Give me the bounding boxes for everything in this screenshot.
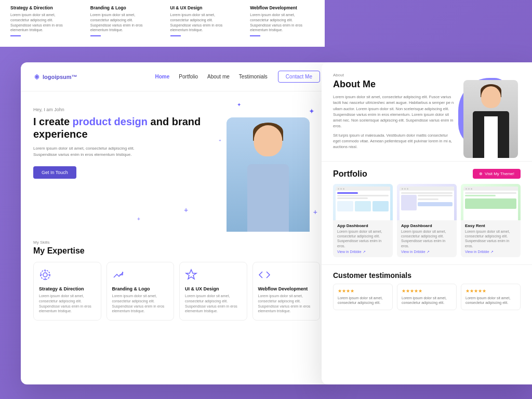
- strategy-icon: [39, 269, 54, 283]
- thumb-sidebar: [401, 195, 417, 210]
- top-strip-line-1: [10, 35, 21, 36]
- thumb-content-2: [400, 191, 454, 212]
- portfolio-section: Portfolio ⊕ Visit My Theme!: [322, 162, 532, 264]
- skill-desc-4: Lorem ipsum dolor sit amet, consectetur …: [258, 294, 315, 314]
- logo-text: logoipsum™: [43, 74, 77, 80]
- stars-2: ★★★★★: [402, 288, 452, 294]
- top-strip-item-2: Branding & Logo Lorem ipsum dolor sit am…: [90, 5, 155, 36]
- skill-name-4: Webflow Development: [258, 286, 315, 291]
- hero-title: I create product design and brand experi…: [33, 115, 216, 140]
- webflow-icon: [258, 269, 273, 283]
- nav-links: Home Portfolio About me Testimonials: [155, 74, 268, 79]
- portfolio-card-2: App Dashboard Lorem ipsum dolor sit amet…: [397, 184, 457, 257]
- portfolio-desc-1: Lorem ipsum dolor sit amet, consectetur …: [337, 229, 389, 248]
- nav-home[interactable]: Home: [155, 74, 170, 79]
- navbar: logoipsum™ Home Portfolio About me Testi…: [21, 62, 332, 91]
- portfolio-desc-3: Lorem ipsum dolor sit amet, consectetur …: [465, 229, 516, 248]
- svg-point-1: [43, 273, 47, 277]
- deco-star-2: ✦: [237, 102, 241, 108]
- nav-portfolio[interactable]: Portfolio: [179, 74, 198, 79]
- skill-card-1: Strategy & Direction Lorem ipsum dolor s…: [33, 262, 101, 321]
- testimonial-card-1: ★★★★ Lorem ipsum dolor sit amet, consect…: [333, 284, 393, 311]
- skills-title: My Expertise: [33, 246, 320, 256]
- thumb-browser-2: [400, 187, 454, 220]
- portfolio-thumb-1: [333, 184, 393, 220]
- right-panel: About About Me Lorem ipsum dolor sit ame…: [322, 62, 532, 384]
- hero-section: Hey, I am John I create product design a…: [21, 91, 332, 237]
- thumb-cards: [337, 201, 389, 211]
- svg-point-0: [36, 76, 38, 77]
- top-strip: Strategy & Direction Lorem ipsum dolor s…: [0, 0, 325, 47]
- about-image-wrap: [463, 73, 521, 153]
- deco-star-3: +: [313, 208, 317, 216]
- about-head: [481, 86, 501, 108]
- dot-3: [343, 188, 344, 190]
- portfolio-view-1[interactable]: View in Dribble ↗: [337, 250, 389, 254]
- skills-label: My Skills: [33, 240, 320, 245]
- thumb-browser-3: [463, 187, 518, 220]
- hero-person: [221, 107, 315, 232]
- top-strip-desc-1: Lorem ipsum dolor sit amet, consectetur …: [10, 12, 75, 33]
- skills-section: My Skills My Expertise Strategy & Direct…: [21, 232, 332, 329]
- logo: logoipsum™: [33, 73, 77, 81]
- top-strip-title-4: Webflow Development: [250, 5, 314, 10]
- skills-grid: Strategy & Direction Lorem ipsum dolor s…: [33, 262, 320, 321]
- thumb-line-8: [465, 195, 496, 196]
- about-shirt: [484, 116, 498, 158]
- skill-name-2: Branding & Logo: [112, 286, 169, 291]
- thumb-content-1: [336, 191, 390, 213]
- visit-icon: ⊕: [479, 171, 483, 176]
- top-strip-desc-2: Lorem ipsum dolor sit amet, consectetur …: [90, 12, 155, 33]
- hero-text: Hey, I am John I create product design a…: [33, 102, 216, 237]
- thumb-line-1: [337, 192, 358, 194]
- deco-star-1: ✦: [309, 107, 315, 115]
- thumb-line-4: [401, 192, 453, 194]
- portfolio-card-1: App Dashboard Lorem ipsum dolor sit amet…: [333, 184, 393, 257]
- testimonials-grid: ★★★★ Lorem ipsum dolor sit amet, consect…: [333, 284, 521, 311]
- portfolio-view-2[interactable]: View in Dribble ↗: [401, 250, 453, 254]
- thumb-rows: [401, 195, 453, 210]
- top-strip-title-1: Strategy & Direction: [10, 5, 75, 10]
- person-body: [247, 164, 289, 232]
- deco-plus-1: +: [184, 206, 188, 214]
- main-card: logoipsum™ Home Portfolio About me Testi…: [21, 62, 332, 384]
- thumb-image: [465, 198, 516, 209]
- person-figure: [227, 117, 310, 232]
- cta-button[interactable]: Get In Touch: [33, 166, 76, 179]
- contact-button[interactable]: Contact Me: [278, 71, 320, 83]
- thumb-line-6: [418, 198, 438, 200]
- visit-button[interactable]: ⊕ Visit My Theme!: [473, 169, 521, 179]
- thumb-line-3: [337, 197, 368, 199]
- testimonials-section: Customer testimonials ★★★★ Lorem ipsum d…: [322, 265, 532, 317]
- portfolio-grid: App Dashboard Lorem ipsum dolor sit amet…: [333, 184, 521, 257]
- top-strip-title-2: Branding & Logo: [90, 5, 155, 10]
- thumb-card-2: [355, 201, 371, 211]
- portfolio-header: Portfolio ⊕ Visit My Theme!: [333, 169, 521, 179]
- portfolio-name-3: Easy Rent: [465, 223, 516, 228]
- nav-about[interactable]: About me: [207, 74, 230, 79]
- visit-button-label: Visit My Theme!: [485, 171, 514, 176]
- about-desc-1: Lorem ipsum dolor sit amet, consectetur …: [333, 94, 455, 129]
- portfolio-info-3: Easy Rent Lorem ipsum dolor sit amet, co…: [461, 220, 521, 257]
- about-content: About About Me Lorem ipsum dolor sit ame…: [333, 73, 455, 153]
- hero-image: ✦ ✦ + +: [216, 97, 320, 232]
- about-desc-2: Sit turpis ipsum ut malesuada. Vestibulu…: [333, 132, 455, 150]
- portfolio-view-3[interactable]: View in Dribble ↗: [465, 250, 516, 254]
- dot-1: [338, 188, 339, 190]
- skill-card-3: UI & UX Design Lorem ipsum dolor sit ame…: [179, 262, 247, 321]
- about-person: [463, 80, 518, 158]
- portfolio-name-2: App Dashboard: [401, 223, 453, 228]
- top-strip-line-2: [90, 35, 101, 36]
- portfolio-thumb-3: [461, 184, 521, 220]
- portfolio-card-3: Easy Rent Lorem ipsum dolor sit amet, co…: [461, 184, 521, 257]
- thumb-card-3: [373, 201, 389, 211]
- top-strip-line-3: [170, 35, 181, 36]
- ui-ux-icon: [185, 269, 200, 283]
- portfolio-info-2: App Dashboard Lorem ipsum dolor sit amet…: [397, 220, 457, 257]
- nav-testimonials[interactable]: Testimonials: [239, 74, 268, 79]
- thumb-line-5: [418, 195, 453, 196]
- portfolio-desc-2: Lorem ipsum dolor sit amet, consectetur …: [401, 229, 453, 248]
- testimonial-text-2: Lorem ipsum dolor sit amet, consectetur …: [402, 296, 452, 306]
- thumb-bar-1: [336, 187, 390, 191]
- thumb-content-3: [463, 191, 518, 210]
